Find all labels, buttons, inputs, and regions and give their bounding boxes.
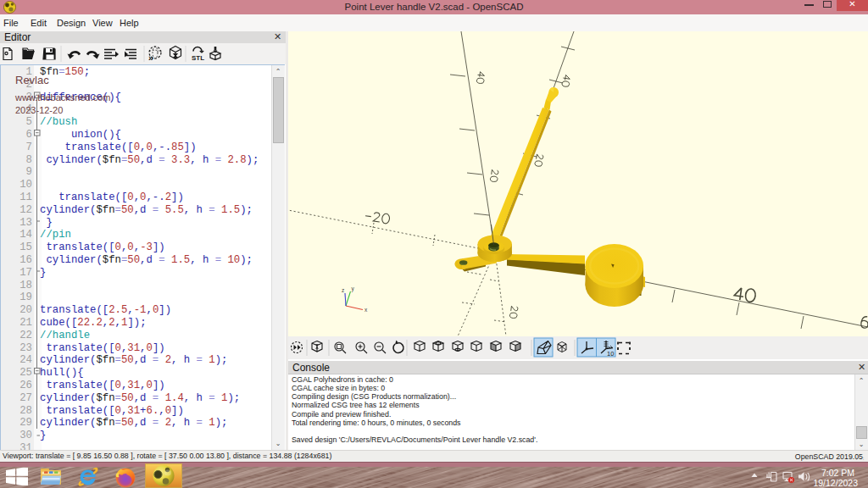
svg-text:STL: STL: [192, 54, 204, 62]
svg-text:10: 10: [607, 350, 614, 358]
svg-text:y: y: [352, 286, 355, 292]
svg-text:z: z: [342, 287, 344, 293]
svg-text:»: »: [148, 53, 153, 63]
svg-text:x: x: [364, 307, 368, 313]
